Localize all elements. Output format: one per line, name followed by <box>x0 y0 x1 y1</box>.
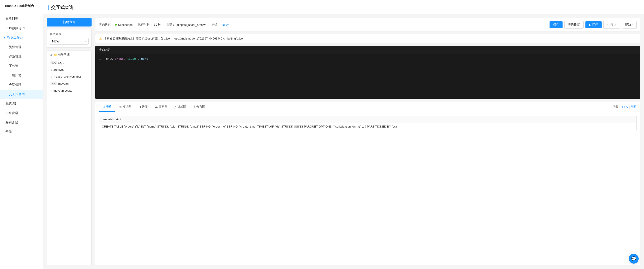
collapse-icon[interactable]: ⊟ <box>50 53 52 56</box>
results-section: ⊞ 表格 ▦ 柱状图 ◑ 饼图 ⛰ 面积图 <box>95 102 640 265</box>
status-item-duration: 执行时长： 39 秒 <box>138 23 161 27</box>
query-list-item-label: archives <box>54 68 64 71</box>
stop-button[interactable]: ⊙ 停止 <box>604 21 620 29</box>
column-header: createtab_stmt <box>99 116 636 123</box>
cluster-value: minghui_spark_archive <box>176 23 206 27</box>
sidebar-item-cluster-list[interactable]: 集群列表 <box>0 14 43 24</box>
title-bar-accent <box>48 5 49 10</box>
sql-badge: SQL <box>50 82 57 85</box>
spark-icon: ≡ <box>50 68 52 71</box>
cluster-label: 集群： <box>166 23 175 27</box>
sidebar-item-label: 交互式查询 <box>9 92 25 96</box>
query-list-item-label: SQL <box>58 61 64 65</box>
sidebar-item-resource-mgmt[interactable]: 资源管理 <box>0 43 43 52</box>
tab-line[interactable]: ╱ 折线图 <box>171 102 190 112</box>
main-area: 交互式查询 新建查询 会话列表 NEW ⊟ 📁 查询列表 SQL <box>43 0 644 269</box>
sidebar-item-label: 工作流 <box>9 64 18 68</box>
status-item-state: 查询状态： Succeeded <box>99 23 132 27</box>
duration-value: 39 秒 <box>154 23 161 27</box>
sidebar-item-overview-stats[interactable]: 概览统计 <box>0 99 43 108</box>
session-list-label: 会话列表 <box>50 32 89 36</box>
sidebar: HBase X-Pack控制台 集群列表 RDS数据订阅 ▼ 数据工作台 资源管… <box>0 0 43 269</box>
duration-label: 执行时长： <box>138 23 152 27</box>
save-button[interactable]: 保存 <box>550 21 562 28</box>
sidebar-item-one-key-archive[interactable]: 一键归档 <box>0 71 43 80</box>
sidebar-item-label: 概览统计 <box>6 102 18 106</box>
tab-table-icon: ⊞ <box>102 105 105 108</box>
tab-area[interactable]: ⛰ 面积图 <box>151 102 171 112</box>
code-content: show create table orders <box>104 57 640 96</box>
right-panel: 查询状态： Succeeded 执行时长： 39 秒 集群： minghui_s… <box>95 18 640 265</box>
sidebar-item-label: 一键归档 <box>9 73 22 78</box>
results-table: createtab_stmt CREATE TABLE `orders` (`i… <box>99 116 636 130</box>
download-img-link[interactable]: 图片 <box>631 105 636 109</box>
tab-pie[interactable]: ◑ 饼图 <box>135 102 151 112</box>
new-query-button[interactable]: 新建查询 <box>47 18 92 27</box>
tab-bar-icon: ▦ <box>119 105 122 108</box>
sidebar-item-workflow[interactable]: 工作流 <box>0 61 43 71</box>
page-title: 交互式查询 <box>51 5 74 11</box>
editor-label: 查询内容 <box>95 46 640 54</box>
tab-scatter[interactable]: ⠿ 分布图 <box>190 102 209 112</box>
list-item[interactable]: SQL muyuan <box>47 80 91 87</box>
query-list-section: ⊟ 📁 查询列表 SQL SQL ≡ archives ≡ HBase_ar <box>47 50 92 265</box>
spark-icon: ≡ <box>50 75 52 78</box>
download-sep: | <box>629 105 630 109</box>
warning-icon: ⚠ <box>99 37 102 41</box>
code-table: table <box>126 57 138 61</box>
query-list-item-label: muyuan-scala <box>54 89 72 92</box>
download-label: 下载： <box>612 105 621 109</box>
line-number: 1 <box>99 57 101 62</box>
page-title-wrap: 交互式查询 <box>48 5 638 11</box>
session-select[interactable]: NEW <box>50 38 89 45</box>
tab-bar[interactable]: ▦ 柱状图 <box>115 102 135 112</box>
run-icon: ▶ <box>589 23 591 27</box>
query-settings-button[interactable]: 查询设置 <box>564 21 584 29</box>
tab-table[interactable]: ⊞ 表格 <box>99 102 115 112</box>
table-row: CREATE TABLE `orders` (`id` INT, `name` … <box>99 123 636 130</box>
sidebar-group-data-workbench[interactable]: ▼ 数据工作台 <box>0 33 43 43</box>
code-line: show create table orders <box>106 57 638 62</box>
tab-scatter-icon: ⠿ <box>193 105 196 108</box>
status-value: Succeeded <box>118 23 132 27</box>
sidebar-item-label: 告警管理 <box>6 111 18 115</box>
sidebar-item-help[interactable]: 帮助 <box>0 127 43 137</box>
sidebar-item-rds-subscription[interactable]: RDS数据订阅 <box>0 24 43 33</box>
folder-icon: 📁 <box>53 53 57 57</box>
tab-pie-label: 饼图 <box>142 105 148 109</box>
sql-badge: SQL <box>50 61 57 64</box>
help-label: 帮助↗ <box>625 23 634 27</box>
chat-fab[interactable]: 💬 <box>629 254 638 263</box>
help-button[interactable]: 帮助↗ <box>622 21 636 29</box>
list-item[interactable]: ≡ HBase_archives_test <box>47 73 91 80</box>
tab-area-icon: ⛰ <box>155 105 158 108</box>
app-logo: HBase X-Pack控制台 <box>0 0 43 12</box>
list-item[interactable]: ≡ archives <box>47 66 91 73</box>
code-editor[interactable]: 1 show create table orders <box>95 54 640 99</box>
query-status-bar: 查询状态： Succeeded 执行时长： 39 秒 集群： minghui_s… <box>95 18 640 32</box>
sidebar-item-session-mgmt[interactable]: 会话管理 <box>0 80 43 90</box>
list-item[interactable]: ≡ muyuan-scala <box>47 87 91 94</box>
left-panel: 新建查询 会话列表 NEW ⊟ 📁 查询列表 SQL SQL <box>47 18 92 265</box>
sidebar-item-job-mgmt[interactable]: 作业管理 <box>0 52 43 61</box>
query-list-header: ⊟ 📁 查询列表 <box>47 51 91 59</box>
editor-section: 查询内容 1 show create table orders <box>95 46 640 99</box>
code-create: create <box>115 57 126 61</box>
run-label: 运行 <box>592 23 598 27</box>
query-list-title: 查询列表 <box>58 53 70 57</box>
sidebar-item-label: 案例介绍 <box>6 121 18 125</box>
list-item[interactable]: SQL SQL <box>47 59 91 66</box>
table-cell: CREATE TABLE `orders` (`id` INT, `name` … <box>99 123 636 130</box>
sidebar-item-case-intro[interactable]: 案例介绍 <box>0 118 43 127</box>
sidebar-item-interactive-query[interactable]: 交互式查询 <box>0 90 43 99</box>
tab-line-label: 折线图 <box>177 105 186 109</box>
download-csv-link[interactable]: CSV <box>622 105 628 109</box>
query-list-item-label: muyuan <box>58 82 69 85</box>
session-link[interactable]: NEW <box>222 23 229 27</box>
sidebar-group-label: 数据工作台 <box>7 36 23 40</box>
run-button[interactable]: ▶ 运行 <box>586 21 602 28</box>
status-label: 查询状态： <box>99 23 114 27</box>
tab-table-label: 表格 <box>106 105 112 109</box>
warning-bar: ⚠ 读取资源管理里面的文件需要添加oss前缀，如a.json：oss://mul… <box>95 34 640 43</box>
sidebar-item-alert-mgmt[interactable]: 告警管理 <box>0 108 43 118</box>
